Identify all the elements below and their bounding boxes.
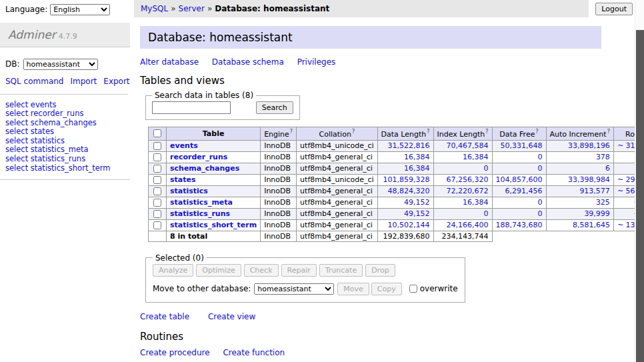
row-checkbox[interactable] <box>153 176 161 184</box>
row-checkbox[interactable] <box>153 187 161 195</box>
search-input[interactable] <box>152 101 231 114</box>
table-name-link[interactable]: states <box>170 175 196 184</box>
adminer-logo-link[interactable]: Adminer <box>8 28 56 41</box>
check-button[interactable]: Check <box>244 264 279 277</box>
column-header-table: Table <box>167 127 261 141</box>
move-button[interactable]: Move <box>337 283 369 295</box>
data-length-link[interactable]: 101,859,328 <box>383 175 430 184</box>
data-free-link[interactable]: 0 <box>538 198 543 207</box>
database-schema-link[interactable]: Database schema <box>212 57 284 67</box>
language-select[interactable]: English <box>50 4 110 15</box>
data-free-link[interactable]: 6,291,456 <box>505 187 543 195</box>
data-length-link[interactable]: 49,152 <box>404 198 430 207</box>
auto-increment-cell: 6 <box>546 163 613 174</box>
data-length-link[interactable]: 31,522,816 <box>388 141 430 150</box>
data-length-link[interactable]: 16,384 <box>404 153 430 161</box>
row-checkbox[interactable] <box>153 199 161 207</box>
auto-increment-link[interactable]: 8,581,645 <box>573 221 610 229</box>
data-length-link[interactable]: 48,824,320 <box>388 187 430 195</box>
sidebar-table-link[interactable]: select statistics_meta <box>5 145 125 155</box>
auto-increment-link[interactable]: 33,898,196 <box>568 141 610 150</box>
db-select[interactable]: homeassistant <box>23 59 98 70</box>
create-view-link[interactable]: Create view <box>208 312 255 321</box>
privileges-link[interactable]: Privileges <box>297 57 336 67</box>
column-header-data-free[interactable]: Data Free? <box>492 127 546 141</box>
table-name-link[interactable]: statistics_meta <box>170 198 233 207</box>
sidebar-table-link[interactable]: select events <box>5 101 125 110</box>
index-length-link[interactable]: 0 <box>484 164 489 173</box>
auto-increment-link[interactable]: 325 <box>596 198 610 207</box>
sidebar-action-sql-command[interactable]: SQL command <box>5 77 63 86</box>
row-checkbox[interactable] <box>153 165 161 173</box>
table-name-link[interactable]: schema_changes <box>170 164 239 173</box>
analyze-button[interactable]: Analyze <box>153 264 193 277</box>
row-checkbox[interactable] <box>153 142 161 150</box>
select-all-checkbox[interactable] <box>153 129 161 137</box>
row-checkbox[interactable] <box>153 210 161 218</box>
sidebar-table-link[interactable]: select statistics <box>5 137 125 146</box>
table-name-link[interactable]: statistics <box>170 187 208 195</box>
table-row: schema_changesInnoDButf8mb4_general_ci16… <box>149 163 644 174</box>
drop-button[interactable]: Drop <box>365 264 395 277</box>
column-header-auto-increment[interactable]: Auto Increment? <box>546 127 613 141</box>
search-button[interactable]: Search <box>256 101 293 114</box>
overwrite-checkbox[interactable] <box>409 285 417 293</box>
breadcrumb-mysql-link[interactable]: MySQL <box>141 4 168 13</box>
auto-increment-link[interactable]: 33,398,984 <box>568 175 610 184</box>
index-length-link[interactable]: 0 <box>484 209 489 218</box>
auto-increment-link[interactable]: 39,999 <box>584 209 610 218</box>
repair-button[interactable]: Repair <box>281 264 317 277</box>
auto-increment-link[interactable]: 6 <box>605 164 610 173</box>
data-free-link[interactable]: 188,743,680 <box>496 221 543 229</box>
index-length-link[interactable]: 72,220,672 <box>447 187 489 195</box>
sidebar-table-link[interactable]: select states <box>5 127 125 137</box>
sidebar-table-link[interactable]: select statistics_short_term <box>5 164 125 173</box>
index-length-link[interactable]: 70,467,584 <box>447 141 489 150</box>
data-free-link[interactable]: 50,331,648 <box>501 141 543 150</box>
column-header-engine[interactable]: Engine? <box>261 127 297 141</box>
table-name-link[interactable]: statistics_short_term <box>170 221 257 229</box>
sidebar-action-import[interactable]: Import <box>70 77 97 86</box>
breadcrumb-server-link[interactable]: Server <box>179 4 205 13</box>
alter-database-link[interactable]: Alter database <box>140 57 199 67</box>
column-header-collation[interactable]: Collation? <box>297 127 377 141</box>
row-checkbox[interactable] <box>153 153 161 161</box>
table-name-link[interactable]: statistics_runs <box>170 209 230 218</box>
data-length-link[interactable]: 49,152 <box>404 209 430 218</box>
data-free-link[interactable]: 0 <box>538 153 543 161</box>
auto-increment-link[interactable]: 378 <box>596 153 610 161</box>
create-procedure-link[interactable]: Create procedure <box>140 348 210 357</box>
sidebar-table-link[interactable]: select recorder_runs <box>5 109 125 119</box>
table-name-link[interactable]: events <box>170 141 198 150</box>
scrollbar-thumb[interactable] <box>636 30 644 362</box>
data-length-link[interactable]: 16,384 <box>404 164 430 173</box>
optimize-button[interactable]: Optimize <box>196 264 241 277</box>
copy-button[interactable]: Copy <box>371 283 402 295</box>
move-db-select[interactable]: homeassistant <box>254 283 334 295</box>
scrollbar[interactable] <box>635 0 644 362</box>
data-free-cell: 0 <box>492 197 546 208</box>
data-free-link[interactable]: 104,857,600 <box>496 175 543 184</box>
sidebar-table-link[interactable]: select statistics_runs <box>5 155 125 164</box>
data-free-link[interactable]: 0 <box>538 209 543 218</box>
index-length-link[interactable]: 16,384 <box>463 153 489 161</box>
column-header-index-length[interactable]: Index Length? <box>433 127 492 141</box>
sidebar-table-link[interactable]: select schema_changes <box>5 119 125 128</box>
index-length-link[interactable]: 24,166,400 <box>447 221 489 229</box>
column-header-data-length[interactable]: Data Length? <box>377 127 433 141</box>
move-label: Move to other database: <box>153 284 251 293</box>
move-row: Move to other database:homeassistantMove… <box>153 283 458 295</box>
auto-increment-link[interactable]: 913,577 <box>579 187 610 195</box>
truncate-button[interactable]: Truncate <box>319 264 363 277</box>
sidebar-action-export[interactable]: Export <box>103 77 129 86</box>
column-label: Collation <box>319 130 351 139</box>
create-function-link[interactable]: Create function <box>223 348 285 357</box>
index-length-link[interactable]: 16,384 <box>463 198 489 207</box>
row-checkbox[interactable] <box>153 221 161 229</box>
logout-button[interactable]: Logout <box>595 3 633 15</box>
index-length-link[interactable]: 67,256,320 <box>447 175 489 184</box>
data-length-link[interactable]: 10,502,144 <box>388 221 430 229</box>
data-free-link[interactable]: 0 <box>538 164 543 173</box>
table-name-link[interactable]: recorder_runs <box>170 153 227 161</box>
create-table-link[interactable]: Create table <box>140 312 189 321</box>
